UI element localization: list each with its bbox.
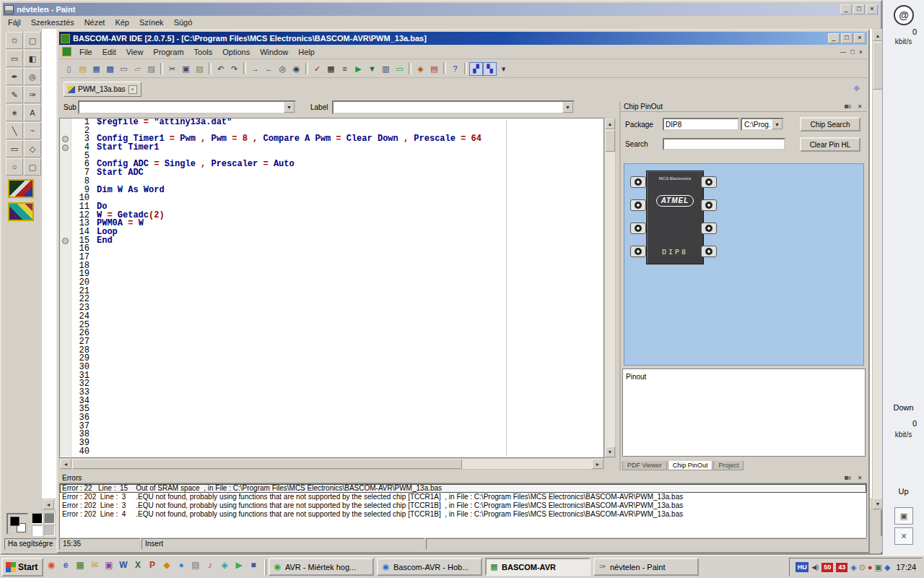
code-line[interactable]: 15End: [60, 237, 603, 246]
chip-pin[interactable]: [701, 246, 717, 257]
code-line[interactable]: 33: [60, 389, 603, 397]
code-line[interactable]: 1$regfile = "attiny13a.dat": [60, 118, 603, 127]
tab-close-icon[interactable]: ×: [128, 85, 137, 94]
code-line[interactable]: 22: [60, 296, 603, 304]
quick-launch-icon-7[interactable]: X: [131, 558, 144, 571]
toolbar-pdf-view-icon[interactable]: ▤: [427, 62, 441, 76]
bascom-menu-help[interactable]: Help: [293, 46, 320, 58]
paint-color-indicator[interactable]: [6, 513, 28, 535]
code-line[interactable]: 39: [60, 439, 603, 448]
paint-tool-brush[interactable]: ✑: [24, 86, 41, 103]
toolbar-panel-toggle-2-icon[interactable]: ▚: [483, 62, 497, 76]
tab-pwm13a[interactable]: PWM_13a.bas ×: [64, 82, 141, 97]
start-button[interactable]: Start: [1, 558, 43, 577]
bandwidth-monitor-logo-icon[interactable]: @: [894, 5, 914, 25]
paint-tool-color-picker[interactable]: ✒: [6, 68, 23, 85]
paint-tool-rounded-rectangle[interactable]: ▢: [24, 158, 41, 176]
code-line[interactable]: 25: [60, 322, 603, 330]
bascom-menu-file[interactable]: File: [74, 46, 97, 58]
paint-menu-s-g[interactable]: Súgó: [169, 17, 198, 28]
toolbar-export-icon[interactable]: ▨: [144, 62, 158, 76]
code-line[interactable]: 10: [60, 194, 603, 203]
paint-vscroll-thumb[interactable]: [873, 42, 883, 90]
label-combobox[interactable]: ▼: [332, 100, 575, 114]
paint-tool-select[interactable]: ▢: [24, 32, 41, 49]
chip-pin[interactable]: [701, 199, 717, 211]
toolbar-new-icon[interactable]: ▯: [62, 62, 76, 76]
quick-launch-icon-14[interactable]: ▶: [232, 558, 245, 571]
quick-launch-icon-12[interactable]: ♪: [204, 558, 217, 571]
toolbar-toolbar-overflow-icon[interactable]: ▾: [497, 62, 510, 76]
chip-panel-close-icon[interactable]: ✕: [855, 103, 864, 110]
paint-close-button[interactable]: ×: [866, 4, 878, 14]
paint-tool-polygon[interactable]: ◇: [24, 140, 41, 158]
toolbar-paste-icon[interactable]: ▧: [193, 62, 206, 76]
quick-launch-icon-2[interactable]: e: [59, 558, 72, 571]
bascom-close-button[interactable]: ×: [854, 33, 866, 43]
editor-vscrollbar[interactable]: ▲ ▼: [604, 118, 616, 458]
paint-tool-magnifier[interactable]: ◎: [24, 68, 41, 85]
taskbar-grip[interactable]: [264, 559, 266, 575]
paint-tool-option-1[interactable]: [8, 179, 34, 198]
quick-launch-icon-15[interactable]: ■: [247, 558, 260, 571]
palette-color[interactable]: [32, 525, 43, 536]
tray-icon-1[interactable]: ◈: [850, 563, 856, 572]
keyboard-language-indicator[interactable]: HU: [796, 562, 808, 572]
bascom-restore-button[interactable]: □: [841, 33, 853, 43]
tray-icon-5[interactable]: ◆: [884, 563, 890, 572]
paint-tool-text[interactable]: A: [24, 104, 41, 121]
dock-panel-icon[interactable]: ◆: [854, 83, 860, 92]
code-line[interactable]: 17: [60, 254, 603, 262]
toolbar-outdent-icon[interactable]: ←: [262, 62, 276, 76]
paint-menu-f-jl[interactable]: Fájl: [3, 17, 26, 28]
error-row[interactable]: Error : 202 Line : 3 .EQU not found, pro…: [60, 493, 866, 501]
editor-hscroll-thumb[interactable]: [72, 459, 462, 469]
code-line[interactable]: 27: [60, 338, 603, 347]
errors-list[interactable]: Error : 22 Line : 15 Out of SRAM space ,…: [59, 483, 867, 540]
paint-tool-pencil[interactable]: ✎: [6, 86, 23, 103]
panel-tab-pdf-viewer[interactable]: PDF Viewer: [622, 461, 667, 470]
quick-launch-icon-6[interactable]: W: [117, 558, 130, 571]
toolbar-syntax-check-icon[interactable]: ✓: [310, 62, 324, 76]
toolbar-cut-icon[interactable]: ✂: [165, 62, 179, 76]
code-line[interactable]: 19: [60, 270, 603, 279]
code-line[interactable]: 16: [60, 245, 603, 254]
quick-launch-icon-11[interactable]: ▤: [189, 558, 202, 571]
code-line[interactable]: 4Start Timer1: [60, 144, 603, 152]
code-line[interactable]: 32: [60, 380, 603, 389]
paint-maximize-button[interactable]: □: [853, 4, 865, 14]
bascom-menu-edit[interactable]: Edit: [97, 46, 121, 58]
clear-pin-hl-button[interactable]: Clear Pin HL: [800, 137, 860, 152]
toolbar-terminal-icon[interactable]: ▥: [379, 62, 393, 76]
paint-tool-eraser[interactable]: ▭: [6, 50, 23, 67]
paint-tool-curve[interactable]: ~: [24, 122, 41, 139]
package-input[interactable]: [663, 118, 739, 131]
palette-color[interactable]: [32, 513, 43, 524]
toolbar-simulate-icon[interactable]: ▶: [352, 62, 365, 76]
error-row[interactable]: Error : 22 Line : 15 Out of SRAM space ,…: [60, 484, 866, 493]
paint-menu-sz-nek[interactable]: Színek: [134, 17, 169, 28]
code-line[interactable]: 24: [60, 313, 603, 322]
toolbar-help-icon[interactable]: ?: [448, 62, 462, 76]
paint-menu-szerkeszt-s[interactable]: Szerkesztés: [26, 17, 79, 28]
paint-menu-k-p[interactable]: Kép: [110, 17, 134, 28]
toolbar-copy-icon[interactable]: ▣: [179, 62, 193, 76]
taskbar-button-avr-mi-rtek-hog[interactable]: ◉AVR - Miértek hog...: [269, 558, 374, 576]
palette-color[interactable]: [44, 513, 55, 524]
chip-pin[interactable]: [701, 176, 717, 188]
toolbar-find-icon[interactable]: ◎: [276, 62, 289, 76]
quick-launch-icon-1[interactable]: ◉: [45, 558, 58, 571]
taskbar-button-bascom-avr-hob[interactable]: ◉Bascom-AVR - Hob...: [377, 558, 482, 576]
bascom-titlebar[interactable]: BASCOM-AVR IDE [2.0.7.5] - [C:\Program F…: [59, 32, 867, 45]
toolbar-panel-toggle-1-icon[interactable]: ▞: [469, 62, 483, 76]
toolbar-print-preview-icon[interactable]: ▱: [131, 62, 144, 76]
bascom-mdi-child-icon[interactable]: [62, 47, 71, 56]
chip-pin[interactable]: [630, 246, 646, 257]
code-line[interactable]: 29: [60, 355, 603, 363]
bascom-mdi-close-button[interactable]: ×: [859, 48, 863, 56]
temp-badge-1[interactable]: 50: [821, 563, 833, 572]
code-line[interactable]: 23: [60, 304, 603, 313]
palette-color[interactable]: [44, 525, 55, 536]
editor-vscroll-up-button[interactable]: ▲: [605, 118, 615, 129]
paint-vscroll-down-button[interactable]: ▼: [873, 498, 883, 509]
